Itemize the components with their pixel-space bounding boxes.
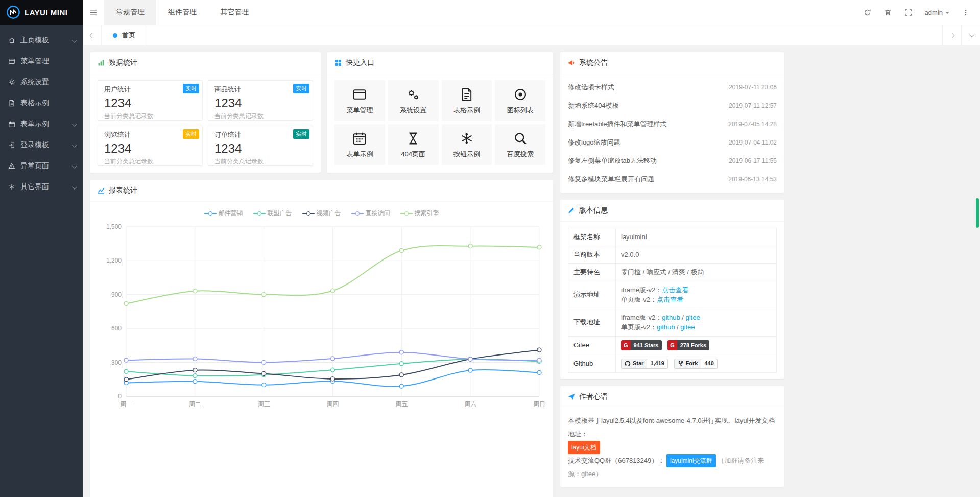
hourglass-icon <box>406 131 420 146</box>
sidebar-item-error-pages[interactable]: 异常页面 <box>0 155 83 176</box>
clear-cache-button[interactable] <box>878 0 898 25</box>
top-tab-other-manage[interactable]: 其它管理 <box>208 0 260 25</box>
sidebar-item-label: 表格示例 <box>20 99 49 108</box>
pen-icon <box>568 207 575 214</box>
github-fork-button[interactable]: Fork 440 <box>674 359 718 369</box>
quick-entry-table-demo[interactable]: 表格示例 <box>442 80 492 121</box>
collapse-sidebar-button[interactable] <box>83 0 103 25</box>
quick-entry-system-settings[interactable]: 系统设置 <box>388 80 439 121</box>
announcement-date: 2019-07-05 14:28 <box>728 121 777 128</box>
sidebar-item-form-demo[interactable]: 表单示例 <box>0 113 83 134</box>
quick-entry-baidu-search[interactable]: 百度搜索 <box>495 124 545 165</box>
quick-entry-404-page[interactable]: 404页面 <box>388 124 439 165</box>
sidebar-item-system-settings[interactable]: 系统设置 <box>0 72 83 92</box>
announcement-link[interactable]: 修复多模块菜单栏展开有问题 <box>568 175 654 184</box>
table-row: 演示地址 iframe版-v2：点击查看 单页版-v2：点击查看 <box>568 281 777 309</box>
status-badge: 实时 <box>293 84 309 93</box>
hamburger-icon <box>89 8 98 17</box>
legend-item[interactable]: 联盟广告 <box>253 209 292 218</box>
tabs-scroll-left-button[interactable] <box>83 25 102 45</box>
user-menu[interactable]: admin <box>919 0 955 25</box>
link-separator: / <box>680 314 686 321</box>
top-tab-component-manage[interactable]: 组件管理 <box>156 0 208 25</box>
content-right-column: 系统公告 修改选项卡样式 2019-07-11 23:06 新增系统404模板 … <box>560 52 784 487</box>
demo-spa-link[interactable]: 点击查看 <box>657 296 683 303</box>
announcement-link[interactable]: 新增treetable插件和菜单管理样式 <box>568 120 667 129</box>
more-menu-button[interactable] <box>955 0 976 25</box>
tabs-operations-button[interactable] <box>961 25 980 45</box>
logo[interactable]: LAYUI MINI <box>0 0 83 25</box>
card-title: 作者心语 <box>579 392 608 401</box>
refresh-button[interactable] <box>857 0 878 25</box>
quick-entry-label: 按钮示例 <box>453 150 480 159</box>
announcement-link[interactable]: 新增系统404模板 <box>568 101 619 110</box>
quick-entry-form-demo[interactable]: 表单示例 <box>334 124 385 165</box>
stat-box-views: 浏览统计 1234 当前分类总记录数 实时 <box>98 126 203 166</box>
list-item: 修复多模块菜单栏展开有问题 2019-06-13 14:53 <box>568 170 777 188</box>
github-star-button[interactable]: Star 1,419 <box>621 359 668 369</box>
card-title: 系统公告 <box>579 58 608 67</box>
calendar-icon <box>352 131 367 146</box>
card-title: 数据统计 <box>109 58 137 67</box>
stat-value: 1234 <box>214 96 306 110</box>
sidebar-item-table-demo[interactable]: 表格示例 <box>0 92 83 113</box>
sidebar-item-home-template[interactable]: 主页模板 <box>0 30 83 51</box>
sidebar-item-label: 主页模板 <box>20 36 49 45</box>
quick-entry-menu-manage[interactable]: 菜单管理 <box>334 80 385 121</box>
github-star-count: 1,419 <box>647 359 668 369</box>
sidebar-item-menu-manage[interactable]: 菜单管理 <box>0 51 83 72</box>
username: admin <box>925 9 943 16</box>
status-badge: 实时 <box>183 129 199 139</box>
legend-item[interactable]: 搜索引擎 <box>400 209 439 218</box>
sidebar-item-other-ui[interactable]: 其它界面 <box>0 176 83 197</box>
download-github-link[interactable]: github <box>662 314 680 321</box>
page-scrollbar-thumb[interactable] <box>976 198 979 228</box>
announcement-link[interactable]: 修改logo缩放问题 <box>568 138 620 147</box>
top-nav-tabs: 常规管理 组件管理 其它管理 <box>104 0 260 25</box>
topbar-actions: admin <box>857 0 980 25</box>
quick-entry-icon-list[interactable]: 图标列表 <box>495 80 545 121</box>
quick-entry-button-demo[interactable]: 按钮示例 <box>442 124 492 165</box>
data-statistics-card: 数据统计 用户统计 1234 当前分类总记录数 实时 <box>90 52 321 173</box>
announcement-link[interactable]: 修改选项卡样式 <box>568 83 614 92</box>
gitee-forks-badge[interactable]: G 278 Forks <box>667 340 709 350</box>
announcement-link[interactable]: 修复左侧菜单缩放tab无法移动 <box>568 156 657 165</box>
snowflake-icon <box>460 131 474 146</box>
chevron-down-icon <box>72 36 76 44</box>
legend-label: 联盟广告 <box>268 209 292 218</box>
layui-doc-badge[interactable]: layui文档 <box>568 441 600 454</box>
trash-icon <box>884 9 892 16</box>
author-line2-prefix: 技术交流QQ群（667813249）： <box>568 457 664 464</box>
legend-label: 邮件营销 <box>219 209 243 218</box>
legend-item[interactable]: 视频广告 <box>302 209 341 218</box>
file-icon <box>7 100 16 107</box>
sidebar-item-login-template[interactable]: 登录模板 <box>0 134 83 155</box>
svg-text:周五: 周五 <box>395 400 408 408</box>
quick-entry-label: 系统设置 <box>400 106 426 115</box>
download-gitee-link[interactable]: gitee <box>680 323 695 331</box>
announcement-date: 2019-06-17 11:55 <box>729 157 777 164</box>
svg-text:0: 0 <box>118 393 122 400</box>
paper-plane-icon <box>568 393 575 400</box>
demo-iframe-link[interactable]: 点击查看 <box>662 286 688 294</box>
main-area: 常规管理 组件管理 其它管理 admin <box>83 0 980 497</box>
stat-box-users: 用户统计 1234 当前分类总记录数 实时 <box>98 80 203 121</box>
top-tab-normal-manage[interactable]: 常规管理 <box>104 0 156 25</box>
qq-group-badge[interactable]: layuimini交流群 <box>666 454 716 467</box>
sidebar-item-label: 表单示例 <box>20 120 49 129</box>
stat-label: 用户统计 <box>104 85 196 94</box>
sidebar-menu: 主页模板 菜单管理 系统设置 表格示例 <box>0 30 83 197</box>
download-gitee-link[interactable]: gitee <box>685 314 700 321</box>
download-github-link[interactable]: github <box>657 323 675 331</box>
legend-item[interactable]: 邮件营销 <box>204 209 243 218</box>
refresh-icon <box>864 9 871 16</box>
fullscreen-button[interactable] <box>898 0 919 25</box>
tab-home[interactable]: 首页 <box>102 25 147 45</box>
download-line-prefix: 单页版-v2： <box>621 323 657 331</box>
fork-icon <box>678 361 684 367</box>
gitee-stars-badge[interactable]: G 941 Stars <box>621 340 662 350</box>
version-download-label: 下载地址 <box>568 309 616 336</box>
window-icon <box>7 58 16 65</box>
legend-item[interactable]: 直接访问 <box>351 209 390 218</box>
tabs-scroll-right-button[interactable] <box>942 25 961 45</box>
